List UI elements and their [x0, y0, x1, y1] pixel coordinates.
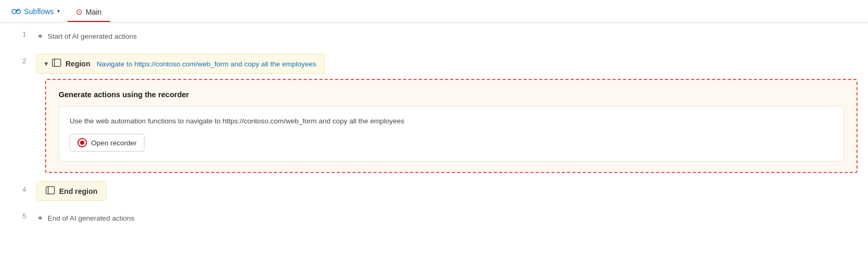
app-container: Subflows ▾ ⊙ Main 1 ✦ Start of AI genera… [0, 0, 868, 265]
end-region-content: End region [37, 178, 868, 205]
open-recorder-label: Open recorder [91, 139, 137, 147]
tab-bar: Subflows ▾ ⊙ Main [0, 0, 868, 23]
end-region-label: End region [59, 187, 97, 195]
svg-point-0 [12, 9, 16, 14]
sparkle-icon-2: ✦ [37, 213, 43, 223]
generate-actions-text: Use the web automation functions to navi… [70, 116, 833, 126]
end-ai-action: ✦ End of AI generated actions [37, 209, 858, 227]
row-number-4: 4 [0, 178, 37, 193]
flow-row-4: 4 End region [0, 178, 868, 205]
recorder-icon-inner [80, 141, 84, 145]
region-block-icon [52, 59, 61, 69]
generate-actions-title: Generate actions using the recorder [59, 90, 844, 99]
generate-actions-container: Generate actions using the recorder Use … [45, 79, 858, 173]
flow-row-5: 5 ✦ End of AI generated actions [0, 205, 868, 232]
region-header[interactable]: ▾ Region Navigate to https://contoso.com… [37, 54, 325, 74]
end-region-block-icon [46, 186, 55, 196]
generate-actions-box: Use the web automation functions to navi… [59, 106, 844, 162]
row-content-1: ✦ Start of AI generated actions [37, 23, 868, 50]
sparkle-icon-1: ✦ [37, 31, 43, 41]
row-number-5: 5 [0, 205, 37, 220]
region-link-text: Navigate to https://contoso.com/web_form… [96, 60, 316, 68]
subflows-button[interactable]: Subflows ▾ [6, 3, 65, 20]
region-label: Region [65, 60, 90, 68]
open-recorder-button[interactable]: Open recorder [70, 134, 144, 152]
subflows-label: Subflows [24, 7, 54, 16]
chevron-down-icon: ▾ [57, 8, 60, 15]
end-ai-label: End of AI generated actions [48, 214, 135, 222]
warning-icon: ⊙ [76, 7, 83, 17]
start-ai-label: Start of AI generated actions [48, 32, 137, 40]
main-tab-label: Main [86, 8, 102, 16]
row-number-1: 1 [0, 23, 37, 38]
row-content-5: ✦ End of AI generated actions [37, 205, 868, 232]
main-content: 1 ✦ Start of AI generated actions 2 ▾ [0, 23, 868, 265]
svg-rect-3 [52, 59, 61, 66]
row-number-2: 2 [0, 50, 37, 65]
flow-row-1: 1 ✦ Start of AI generated actions [0, 23, 868, 50]
subflows-icon [12, 7, 21, 16]
main-tab[interactable]: ⊙ Main [68, 2, 110, 22]
region-chevron-icon: ▾ [44, 60, 48, 67]
flow-row-2: 2 ▾ Region Navigate to https://contoso.c… [0, 50, 868, 178]
svg-rect-5 [46, 187, 54, 194]
region-row-content: ▾ Region Navigate to https://contoso.com… [37, 50, 868, 178]
end-region-badge: End region [37, 181, 106, 201]
recorder-icon [77, 138, 87, 147]
start-ai-action: ✦ Start of AI generated actions [37, 27, 858, 45]
